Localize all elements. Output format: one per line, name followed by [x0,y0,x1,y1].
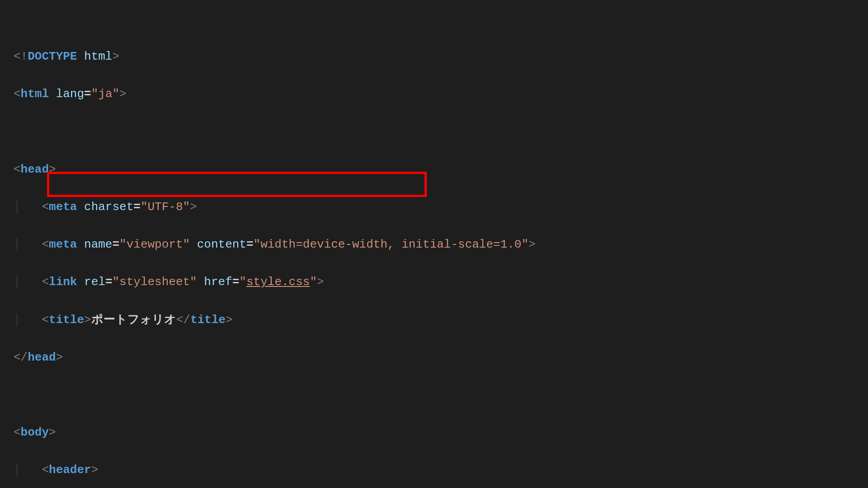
code-token: lang [56,87,84,101]
code-line: <!DOCTYPE html> [14,47,854,66]
code-token: "viewport" [119,238,190,251]
code-line: │ <meta name="viewport" content="width=d… [14,235,854,254]
code-token: > [528,238,536,251]
code-line-blank: ​ [14,386,854,405]
code-token: > [190,200,197,214]
code-token: > [49,426,56,439]
code-token: name [84,238,112,251]
code-token: rel [84,275,105,289]
code-token: head [21,163,49,176]
code-editor[interactable]: <!DOCTYPE html> <html lang="ja"> ​ <head… [0,0,868,488]
code-token: head [28,351,56,364]
code-token: title [190,313,226,327]
code-line: <html lang="ja"> [14,85,854,104]
code-token: < [42,463,49,477]
code-token: > [56,351,63,364]
code-token: </ [14,351,28,364]
code-token: = [84,87,91,101]
code-line: │ <header> [14,461,854,480]
code-line: </head> [14,348,854,367]
code-token: <! [14,50,28,63]
code-token: " [310,275,317,289]
code-token: link [49,275,77,289]
code-token: DOCTYPE [28,50,77,63]
code-token: meta [49,200,77,214]
code-line: <head> [14,160,854,179]
code-token: meta [49,238,77,251]
code-text: ポートフォリオ [91,313,176,327]
code-token: < [14,163,21,176]
code-token: > [226,313,233,327]
code-token: content [197,238,246,251]
code-token: </ [176,313,190,327]
code-token: < [42,238,49,251]
code-token: > [49,163,56,176]
code-line: │ <title>ポートフォリオ</title> [14,311,854,330]
code-token: = [133,200,141,214]
code-token: > [84,313,91,327]
code-token: charset [84,200,133,214]
code-token: > [112,50,119,63]
code-token: title [49,313,84,327]
code-token: > [119,87,127,101]
code-token: < [42,275,49,289]
code-token: > [91,463,99,477]
code-token: > [317,275,324,289]
code-token: < [42,200,49,214]
code-line-highlighted: │ <link rel="stylesheet" href="style.css… [14,273,854,292]
code-token: < [14,426,21,439]
code-token: header [49,463,91,477]
code-token: href [204,275,232,289]
code-line: <body> [14,423,854,442]
code-token: "UTF-8" [141,200,190,214]
code-token: html [21,87,49,101]
code-token: body [21,426,49,439]
code-line-blank: ​ [14,123,854,142]
code-token: "stylesheet" [112,275,197,289]
code-token: "ja" [91,87,119,101]
code-token: "width=device-width, initial-scale=1.0" [254,238,529,251]
code-line: │ <meta charset="UTF-8"> [14,198,854,217]
code-token: < [42,313,49,327]
code-token-link: style.css [246,275,310,289]
code-token: html [84,50,112,63]
code-token: < [14,87,21,101]
code-token: " [239,275,246,289]
